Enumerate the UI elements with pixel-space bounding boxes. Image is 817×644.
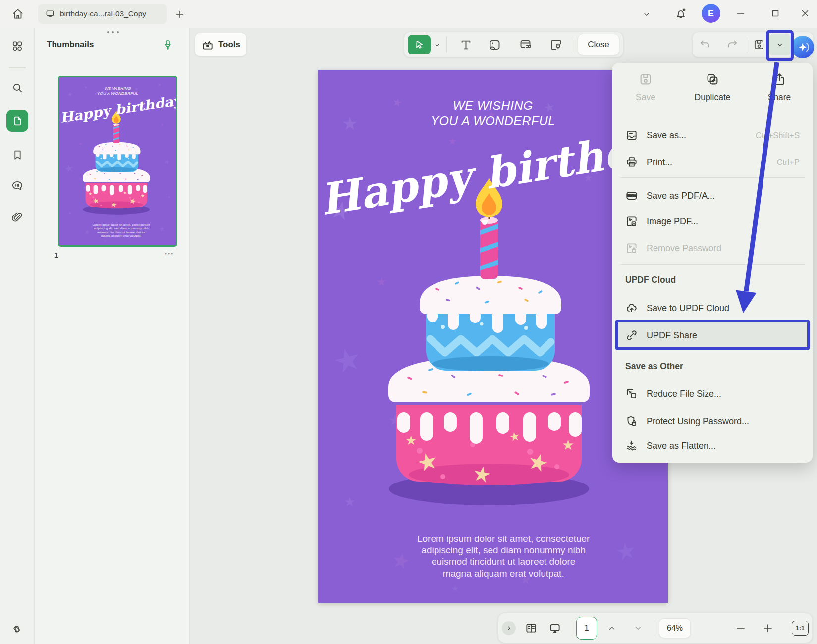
close-button[interactable]: Close	[578, 34, 619, 55]
document-tab[interactable]: birthday-ca...ral-03_Copy	[38, 4, 167, 24]
monitor-icon	[45, 9, 55, 19]
menu-item-label: Print...	[647, 157, 672, 167]
titlebar-dropdown-button[interactable]	[639, 8, 654, 21]
next-page-button[interactable]	[628, 618, 648, 638]
notifications-button[interactable]	[672, 5, 690, 23]
close-label: Close	[588, 40, 609, 50]
plus-icon	[174, 9, 185, 20]
sidebar-item-swatches[interactable]	[6, 617, 28, 639]
menu-quick-duplicate[interactable]: Duplicate	[679, 72, 746, 103]
save-as-icon	[625, 129, 638, 142]
link-tool-button[interactable]	[515, 35, 535, 54]
minimize-icon	[735, 8, 746, 19]
notification-dot	[683, 9, 686, 12]
menu-item-print[interactable]: Print... Ctrl+P	[612, 149, 813, 175]
svg-text:PDF/A: PDF/A	[627, 194, 636, 197]
chevron-right-icon	[505, 624, 513, 632]
card-body-text: Lorem ipsum dolor sit amet, consectetuer…	[92, 223, 150, 237]
zoom-in-button[interactable]	[758, 618, 778, 638]
cursor-icon	[413, 39, 425, 51]
pin-panel-button[interactable]	[161, 38, 175, 53]
bell-icon	[674, 7, 688, 21]
menu-item-label: Save as...	[647, 130, 686, 141]
ai-assistant-button[interactable]	[791, 36, 814, 58]
menu-item-image-pdf[interactable]: Image PDF...	[612, 209, 813, 234]
select-tool-dropdown[interactable]	[431, 39, 443, 51]
menu-item-save-as[interactable]: Save as... Ctrl+Shift+S	[612, 122, 813, 148]
save-dropdown-menu: Save Duplicate Share Save as... Ctrl+Shi…	[612, 63, 813, 463]
text-tool-button[interactable]	[456, 35, 476, 54]
toolbox-icon	[201, 38, 214, 51]
swatches-icon	[11, 621, 24, 634]
duplicate-icon	[705, 72, 720, 87]
avatar[interactable]: E	[702, 4, 720, 23]
cloud-upload-icon	[625, 302, 638, 315]
reduce-file-size-icon	[625, 387, 638, 400]
sidebar-item-grid[interactable]	[6, 35, 28, 57]
menu-item-save-to-updf-cloud[interactable]: Save to UPDF Cloud	[612, 295, 813, 321]
pdfa-icon: PDF/A	[625, 189, 638, 202]
sidebar-item-search[interactable]	[6, 77, 28, 99]
sidebar-item-thumbnails-active[interactable]	[6, 110, 28, 132]
location-tool-button[interactable]	[546, 35, 566, 54]
menu-item-label: Save to UPDF Cloud	[647, 303, 729, 314]
thumbnail-more-button[interactable]: ⋯	[164, 248, 174, 259]
quick-save-label: Save	[636, 92, 655, 103]
thumbnail-card: WE WISHING YOU A WONDERFUL Happy birthda…	[59, 77, 176, 245]
previous-page-button[interactable]	[602, 618, 622, 638]
minimize-button[interactable]	[733, 6, 748, 21]
menu-quick-share[interactable]: Share	[746, 72, 813, 103]
sidebar-item-bookmarks[interactable]	[6, 144, 28, 165]
close-icon	[800, 8, 811, 19]
menu-item-reduce-file-size[interactable]: Reduce File Size...	[612, 381, 813, 407]
new-tab-button[interactable]	[172, 7, 187, 22]
maximize-button[interactable]	[768, 6, 783, 21]
presenter-icon	[548, 622, 561, 635]
toolbar-divider	[571, 37, 571, 53]
chevron-up-icon	[606, 623, 617, 634]
grid-icon	[11, 40, 24, 53]
tools-button[interactable]: Tools	[195, 33, 247, 56]
shield-lock-icon	[625, 415, 638, 428]
zoom-out-button[interactable]	[731, 618, 751, 638]
redo-button[interactable]	[722, 35, 742, 54]
tools-label: Tools	[218, 40, 240, 50]
page-thumbnail[interactable]: WE WISHING YOU A WONDERFUL Happy birthda…	[58, 76, 177, 247]
presentation-mode-button[interactable]	[545, 618, 565, 638]
paperclip-icon	[11, 212, 24, 224]
menu-item-save-as-pdfa[interactable]: PDF/A Save as PDF/A...	[612, 183, 813, 209]
menu-item-label: Protect Using Password...	[647, 416, 749, 427]
select-tool-button[interactable]	[408, 35, 431, 54]
expand-statusbar-button[interactable]	[502, 621, 516, 635]
home-icon	[11, 7, 24, 20]
zoom-level-button[interactable]: 64%	[659, 618, 691, 638]
actual-size-button[interactable]: 1:1	[792, 621, 809, 636]
page-number-input[interactable]: 1	[576, 617, 597, 640]
close-window-button[interactable]	[798, 6, 813, 21]
print-icon	[625, 156, 638, 168]
save-icon	[753, 38, 765, 51]
plus-icon	[762, 622, 774, 634]
undo-button[interactable]	[695, 35, 715, 54]
menu-quick-save[interactable]: Save	[612, 72, 679, 103]
link-icon	[625, 329, 638, 342]
sidebar-item-attachments[interactable]	[6, 207, 28, 229]
pin-icon	[162, 39, 174, 51]
page-layout-button[interactable]	[521, 618, 541, 638]
menu-item-protect-using-password[interactable]: Protect Using Password...	[612, 408, 813, 434]
minus-icon	[735, 622, 747, 634]
panel-title: Thumbnails	[47, 40, 94, 50]
menu-item-save-as-flatten[interactable]: Save as Flatten...	[612, 433, 813, 459]
menu-item-shortcut: Ctrl+Shift+S	[756, 131, 800, 140]
save-icon	[638, 72, 653, 87]
image-tool-button[interactable]	[485, 35, 504, 54]
panel-resize-handle[interactable]	[102, 29, 124, 36]
home-button[interactable]	[7, 4, 29, 24]
card-body-text: Lorem ipsum dolor sit amet, consectetuer…	[416, 533, 591, 579]
chevron-down-icon	[633, 623, 644, 634]
sidebar-item-comments[interactable]	[6, 175, 28, 197]
menu-item-updf-share[interactable]: UPDF Share	[612, 322, 813, 348]
thumbnail-page-number: 1	[54, 251, 58, 259]
card-eyebrow: WE WISHING YOU A WONDERFUL	[59, 86, 176, 96]
menu-item-remove-password: Remove Password	[612, 235, 813, 261]
